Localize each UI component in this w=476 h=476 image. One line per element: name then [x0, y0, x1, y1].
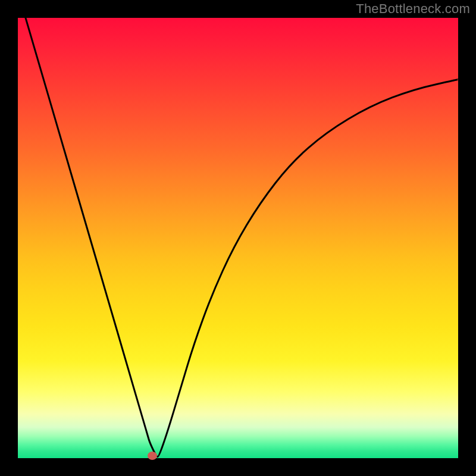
bottleneck-curve [18, 18, 458, 457]
minimum-marker [148, 452, 157, 460]
plot-area [18, 18, 458, 458]
watermark-text: TheBottleneck.com [356, 1, 470, 17]
chart-frame: TheBottleneck.com [0, 0, 476, 476]
curve-svg [18, 18, 458, 458]
